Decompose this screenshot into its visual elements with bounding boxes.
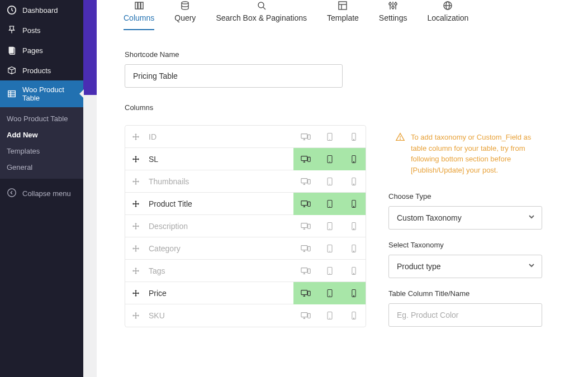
tablet-toggle[interactable]: [317, 193, 342, 215]
drag-handle-icon[interactable]: [125, 177, 146, 186]
mobile-toggle[interactable]: [342, 215, 366, 237]
svg-rect-8: [135, 2, 137, 9]
tab-localization[interactable]: Localization: [417, 0, 478, 30]
tablet-toggle[interactable]: [317, 260, 342, 282]
submenu-item-woo-product-table[interactable]: Woo Product Table: [0, 111, 83, 127]
tab-columns[interactable]: Columns: [113, 0, 164, 30]
columns-label: Columns: [125, 103, 560, 112]
sidebar-item-posts[interactable]: Posts: [0, 20, 83, 40]
collapse-menu-button[interactable]: Collapse menu: [0, 182, 83, 205]
sidebar-item-pages[interactable]: Pages: [0, 40, 83, 60]
svg-rect-68: [301, 223, 307, 227]
sidebar-item-dashboard[interactable]: Dashboard: [0, 0, 83, 20]
column-row[interactable]: Description: [125, 215, 366, 237]
tablet-toggle[interactable]: [317, 304, 342, 327]
column-row[interactable]: Thumbnails: [125, 170, 366, 193]
column-row[interactable]: Tags: [125, 260, 366, 282]
svg-point-22: [395, 3, 397, 5]
warning-text: To add taxonomy or Custom_Field as table…: [411, 132, 535, 175]
mobile-toggle[interactable]: [342, 193, 366, 215]
localization-icon: [441, 0, 454, 11]
svg-rect-31: [307, 135, 310, 139]
select-taxonomy-select[interactable]: Product type: [388, 255, 542, 278]
mobile-toggle[interactable]: [342, 148, 366, 170]
svg-point-75: [353, 228, 354, 229]
desktop-toggle[interactable]: [293, 148, 317, 170]
choose-type-select[interactable]: Custom Taxonomy: [388, 206, 542, 230]
mobile-toggle[interactable]: [342, 237, 366, 260]
drag-handle-icon[interactable]: [125, 155, 146, 164]
desktop-toggle[interactable]: [293, 170, 317, 193]
mobile-toggle[interactable]: [342, 260, 366, 282]
desktop-toggle[interactable]: [293, 304, 317, 327]
drag-handle-icon[interactable]: [125, 311, 146, 320]
desktop-toggle[interactable]: [293, 260, 317, 282]
column-title-input[interactable]: [388, 303, 542, 327]
svg-rect-101: [307, 291, 310, 295]
tablet-toggle[interactable]: [317, 148, 342, 170]
svg-point-12: [258, 2, 264, 8]
shortcode-name-label: Shortcode Name: [125, 50, 560, 59]
sidebar-item-woo-product-table[interactable]: Woo Product Table: [0, 80, 83, 107]
mobile-toggle[interactable]: [342, 282, 366, 304]
table-icon: [7, 89, 17, 99]
tab-template[interactable]: Template: [317, 0, 369, 30]
column-row[interactable]: ID: [125, 126, 366, 148]
search-icon: [255, 0, 268, 11]
tabs-bar: Columns Query Search Box & Paginations T…: [97, 0, 588, 31]
desktop-toggle[interactable]: [293, 126, 317, 148]
collapse-icon: [7, 188, 17, 199]
drag-handle-icon[interactable]: [125, 266, 146, 275]
drag-handle-icon[interactable]: [125, 199, 146, 208]
drag-handle-icon[interactable]: [125, 289, 146, 298]
tablet-toggle[interactable]: [317, 170, 342, 193]
svg-point-55: [353, 184, 354, 184]
svg-rect-48: [301, 178, 307, 183]
drag-handle-icon[interactable]: [125, 244, 146, 253]
column-name: Category: [146, 244, 293, 253]
sidebar-submenu: Woo Product Table Add New Templates Gene…: [0, 107, 83, 179]
products-icon: [7, 65, 17, 75]
column-row[interactable]: Product Title: [125, 193, 366, 215]
column-list: IDSLThumbnailsProduct TitleDescriptionCa…: [125, 125, 366, 327]
submenu-item-add-new[interactable]: Add New: [0, 127, 83, 143]
desktop-toggle[interactable]: [293, 282, 317, 304]
svg-rect-9: [138, 2, 140, 9]
tab-search-pagination[interactable]: Search Box & Paginations: [206, 0, 317, 30]
mobile-toggle[interactable]: [342, 170, 366, 193]
tablet-toggle[interactable]: [317, 215, 342, 237]
tablet-toggle[interactable]: [317, 282, 342, 304]
sidebar-item-products[interactable]: Products: [0, 60, 83, 80]
dashboard-icon: [7, 5, 17, 15]
sidebar-item-label: Dashboard: [22, 6, 58, 15]
svg-point-65: [353, 206, 354, 207]
tablet-toggle[interactable]: [317, 126, 342, 148]
svg-rect-108: [301, 313, 307, 317]
svg-rect-58: [301, 201, 307, 205]
mobile-toggle[interactable]: [342, 126, 366, 148]
tab-query[interactable]: Query: [164, 0, 206, 30]
column-name: Description: [146, 222, 293, 231]
column-name: SKU: [146, 311, 293, 320]
desktop-toggle[interactable]: [293, 215, 317, 237]
drag-handle-icon[interactable]: [125, 222, 146, 231]
column-row[interactable]: Category: [125, 237, 366, 260]
svg-rect-14: [339, 2, 347, 9]
submenu-item-templates[interactable]: Templates: [0, 143, 83, 159]
submenu-item-general[interactable]: General: [0, 159, 83, 175]
tab-settings[interactable]: Settings: [369, 0, 418, 30]
column-name: Thumbnails: [146, 177, 293, 186]
svg-rect-81: [307, 246, 310, 251]
shortcode-name-input[interactable]: [125, 64, 343, 88]
column-row[interactable]: SKU: [125, 304, 366, 327]
tablet-toggle[interactable]: [317, 237, 342, 260]
column-row[interactable]: SL: [125, 148, 366, 170]
column-row[interactable]: Price: [125, 282, 366, 304]
drag-handle-icon[interactable]: [125, 132, 146, 141]
mobile-toggle[interactable]: [342, 304, 366, 327]
desktop-toggle[interactable]: [293, 193, 317, 215]
svg-point-45: [353, 161, 354, 162]
desktop-toggle[interactable]: [293, 237, 317, 260]
svg-point-7: [8, 189, 16, 197]
svg-point-105: [353, 295, 354, 296]
